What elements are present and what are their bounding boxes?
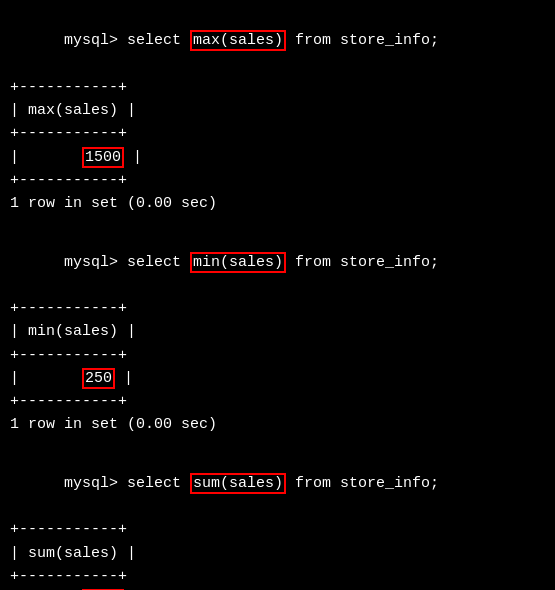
separator-2c: +-----------+ <box>10 390 545 413</box>
func-max: max(sales) <box>190 30 286 51</box>
separator-1b: +-----------+ <box>10 122 545 145</box>
terminal: mysql> select max(sales) from store_info… <box>0 0 555 590</box>
from-2: from store_info; <box>286 254 439 271</box>
func-sum: sum(sales) <box>190 473 286 494</box>
value-min: 250 <box>82 368 115 389</box>
rowcount-2: 1 row in set (0.00 sec) <box>10 413 545 436</box>
prompt-1: mysql> select <box>64 32 190 49</box>
command-line-3: mysql> select sum(sales) from store_info… <box>10 449 545 519</box>
from-3: from store_info; <box>286 475 439 492</box>
section-sum: mysql> select sum(sales) from store_info… <box>10 449 545 591</box>
header-3: | sum(sales) | <box>10 542 545 565</box>
separator-3a: +-----------+ <box>10 518 545 541</box>
func-min: min(sales) <box>190 252 286 273</box>
rowcount-1: 1 row in set (0.00 sec) <box>10 192 545 215</box>
from-1: from store_info; <box>286 32 439 49</box>
section-min: mysql> select min(sales) from store_info… <box>10 227 545 436</box>
header-1: | max(sales) | <box>10 99 545 122</box>
separator-1c: +-----------+ <box>10 169 545 192</box>
separator-2b: +-----------+ <box>10 344 545 367</box>
value-row-1: | 1500 | <box>10 146 545 169</box>
prompt-3: mysql> select <box>64 475 190 492</box>
separator-2a: +-----------+ <box>10 297 545 320</box>
command-line-2: mysql> select min(sales) from store_info… <box>10 227 545 297</box>
prompt-2: mysql> select <box>64 254 190 271</box>
section-max: mysql> select max(sales) from store_info… <box>10 6 545 215</box>
separator-1a: +-----------+ <box>10 76 545 99</box>
command-line-1: mysql> select max(sales) from store_info… <box>10 6 545 76</box>
separator-3b: +-----------+ <box>10 565 545 588</box>
header-2: | min(sales) | <box>10 320 545 343</box>
value-row-2: | 250 | <box>10 367 545 390</box>
value-max: 1500 <box>82 147 124 168</box>
